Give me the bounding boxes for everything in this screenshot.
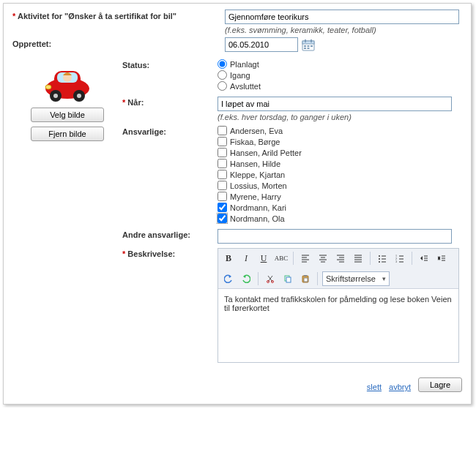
created-label: Opprettet: xyxy=(12,37,225,48)
editor-toolbar: B I U ABC 123 xyxy=(218,249,458,289)
responsible-item: Nordmann, Ola xyxy=(217,214,462,223)
responsible-name: Nordmann, Ola xyxy=(230,214,285,223)
responsible-label: Ansvarlige: xyxy=(122,126,217,136)
responsible-name: Nordmann, Kari xyxy=(230,203,286,212)
status-label: Status: xyxy=(122,59,217,69)
richtext-editor: B I U ABC 123 xyxy=(217,248,459,363)
toolbar-separator xyxy=(258,272,259,285)
align-center-button[interactable] xyxy=(316,251,330,266)
status-option-label: Avsluttet xyxy=(230,82,261,91)
responsible-checkbox[interactable] xyxy=(217,214,227,223)
responsible-item: Nordmann, Kari xyxy=(217,203,462,212)
status-radio[interactable] xyxy=(217,70,227,80)
responsible-checkbox[interactable] xyxy=(217,126,227,135)
outdent-button[interactable] xyxy=(417,251,431,266)
svg-rect-4 xyxy=(304,45,306,47)
copy-button[interactable] xyxy=(280,271,295,286)
responsible-name: Myrene, Harry xyxy=(230,192,281,201)
activity-image xyxy=(38,59,97,103)
save-button[interactable]: Lagre xyxy=(418,377,462,392)
status-option: Avsluttet xyxy=(217,81,462,91)
responsible-name: Kleppe, Kjartan xyxy=(230,170,285,179)
bullet-list-button[interactable] xyxy=(375,251,390,266)
svg-point-36 xyxy=(379,258,380,260)
responsible-checkbox[interactable] xyxy=(217,170,227,179)
svg-rect-5 xyxy=(308,45,310,47)
other-responsible-input[interactable] xyxy=(217,229,452,244)
svg-rect-8 xyxy=(308,48,310,49)
status-option: Igang xyxy=(217,70,462,80)
svg-point-16 xyxy=(77,94,81,98)
status-radio[interactable] xyxy=(217,59,227,69)
when-label: * Når: xyxy=(122,97,217,107)
svg-rect-7 xyxy=(304,48,306,49)
responsible-checkbox[interactable] xyxy=(217,181,227,190)
fontsize-select[interactable]: Skriftstørrelse xyxy=(322,271,390,286)
when-hint: (f.eks. hver torsdag, to ganger i uken) xyxy=(217,113,462,121)
toolbar-separator xyxy=(293,252,294,265)
created-date-input[interactable] xyxy=(225,37,298,52)
responsible-name: Hansen, Arild Petter xyxy=(230,148,302,157)
undo-button[interactable] xyxy=(221,271,236,286)
responsible-checkbox[interactable] xyxy=(217,137,227,146)
responsible-item: Andersen, Eva xyxy=(217,126,462,135)
svg-point-38 xyxy=(379,261,380,263)
required-marker: * xyxy=(12,12,18,20)
remove-image-button[interactable]: Fjern bilde xyxy=(31,127,104,141)
toolbar-separator xyxy=(412,252,412,265)
activity-label-text: Aktivitet for "Ønsker å ta sertifikat fo… xyxy=(18,12,176,20)
svg-rect-3 xyxy=(310,40,312,42)
status-radio[interactable] xyxy=(217,81,227,91)
description-label-text: Beskrivelse: xyxy=(127,249,175,258)
activity-row: * Aktivitet for "Ønsker å ta sertifikat … xyxy=(12,10,462,34)
created-row: Opprettet: xyxy=(12,37,462,52)
editor-body[interactable]: Ta kontakt med trafikkskolen for påmeldi… xyxy=(218,289,458,362)
responsible-checkbox[interactable] xyxy=(217,192,227,201)
responsible-checkbox[interactable] xyxy=(217,148,227,157)
responsible-name: Hansen, Hilde xyxy=(230,159,280,168)
responsible-list: Andersen, EvaFiskaa, BørgeHansen, Arild … xyxy=(217,126,462,225)
lower-area: Velg bilde Fjern bilde Status: PlanlagtI… xyxy=(12,59,462,367)
status-options: PlanlagtIgangAvsluttet xyxy=(217,59,462,92)
align-left-button[interactable] xyxy=(298,251,313,266)
responsible-name: Andersen, Eva xyxy=(230,127,283,135)
when-value: (f.eks. hver torsdag, to ganger i uken) xyxy=(217,97,462,121)
svg-rect-1 xyxy=(302,41,314,44)
responsible-item: Hansen, Hilde xyxy=(217,159,462,168)
responsible-name: Fiskaa, Børge xyxy=(230,138,280,146)
redo-button[interactable] xyxy=(239,271,253,286)
italic-button[interactable]: I xyxy=(239,251,253,266)
when-label-text: Når: xyxy=(127,98,144,107)
responsible-item: Hansen, Arild Petter xyxy=(217,148,462,157)
underline-button[interactable]: U xyxy=(256,251,271,266)
align-justify-button[interactable] xyxy=(351,251,365,266)
description-label: * Beskrivelse: xyxy=(122,248,217,258)
activity-hint: (f.eks. svømming, keramikk, teater, fotb… xyxy=(225,26,462,34)
when-row: * Når: (f.eks. hver torsdag, to ganger i… xyxy=(122,97,462,121)
number-list-button[interactable]: 123 xyxy=(393,251,407,266)
delete-link[interactable]: slett xyxy=(367,383,382,391)
choose-image-button[interactable]: Velg bilde xyxy=(31,108,104,122)
responsible-name: Lossius, Morten xyxy=(230,181,287,190)
calendar-icon[interactable] xyxy=(302,39,315,52)
activity-input[interactable] xyxy=(225,10,459,24)
svg-rect-6 xyxy=(310,45,313,47)
cancel-link[interactable]: avbryt xyxy=(389,383,411,391)
svg-rect-64 xyxy=(304,275,307,277)
align-right-button[interactable] xyxy=(333,251,348,266)
bold-button[interactable]: B xyxy=(221,251,236,266)
responsible-item: Kleppe, Kjartan xyxy=(217,170,462,179)
cut-button[interactable] xyxy=(263,271,278,286)
when-input[interactable] xyxy=(217,97,452,111)
indent-button[interactable] xyxy=(434,251,449,266)
responsible-checkbox[interactable] xyxy=(217,203,227,212)
responsible-checkbox[interactable] xyxy=(217,159,227,168)
toolbar-separator xyxy=(370,252,371,265)
responsible-item: Fiskaa, Børge xyxy=(217,137,462,146)
strikethrough-button[interactable]: ABC xyxy=(274,251,289,266)
other-responsible-label: Andre ansvarlige: xyxy=(122,229,217,239)
paste-button[interactable] xyxy=(298,271,313,286)
created-value-col xyxy=(225,37,462,52)
other-responsible-row: Andre ansvarlige: xyxy=(122,229,462,244)
other-responsible-value xyxy=(217,229,462,244)
